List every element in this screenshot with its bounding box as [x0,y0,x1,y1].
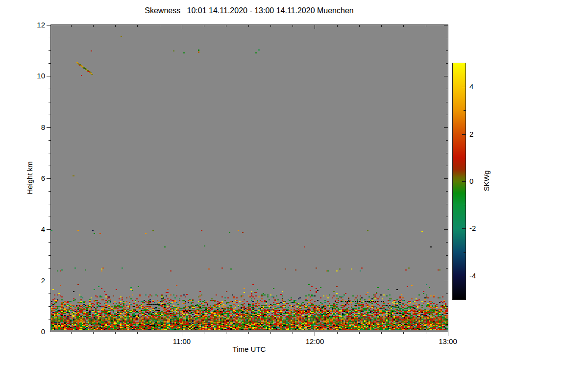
y-tick-label: 12 [24,21,45,29]
y-axis-right-tick [446,166,448,166]
x-axis-top-tick [426,25,426,27]
x-axis-top-tick [293,25,293,27]
y-axis-tick [49,294,50,294]
x-axis-top-tick [381,25,382,27]
x-axis-tick [293,332,293,334]
y-axis-tick [49,63,50,64]
x-axis-tick [115,332,116,334]
y-axis-tick [49,204,50,204]
y-axis-tick [49,319,50,319]
y-axis-tick [47,281,50,281]
y-axis-right-tick [446,102,448,102]
x-axis-top-tick [226,25,226,27]
x-axis-top-tick [137,25,138,27]
x-axis-top-tick [93,25,94,27]
x-tick-label: 11:00 [167,337,196,346]
y-axis-tick [49,191,50,192]
colorbar-tick [462,276,466,276]
x-axis-top-tick [337,25,338,27]
y-axis-right-tick [446,140,448,141]
y-axis-tick [49,50,50,51]
plot-area [50,24,448,332]
y-axis-tick [49,153,50,153]
y-axis-tick [49,255,50,256]
x-axis-tick [448,332,448,336]
y-axis-right-tick [444,229,448,230]
y-axis-right-tick [446,89,448,89]
colorbar-tick [464,158,466,158]
x-tick-label: 13:00 [433,337,463,346]
y-axis-tick [49,140,50,141]
y-axis-right-tick [444,127,448,128]
y-axis-right-tick [446,306,448,307]
y-axis-right-tick [446,294,448,294]
y-axis-right-tick [446,50,448,51]
x-axis-tick [426,332,426,334]
x-axis-top-tick [403,25,404,27]
y-axis-right-tick [446,319,448,319]
y-axis-tick [47,332,50,332]
y-axis-tick [47,178,50,179]
colorbar-tick [464,110,466,111]
y-tick-label: 0 [24,327,45,336]
plot-title: Skewness 10:01 14.11.2020 - 13:00 14.11.… [50,6,448,15]
colorbar-tick [464,205,466,205]
colorbar-tick-label: 0 [469,177,473,186]
y-axis-right-tick [444,178,448,179]
x-axis-tick [93,332,94,334]
x-axis-tick [315,332,315,336]
y-axis-tick [47,127,50,128]
colorbar-tick [462,228,466,229]
x-axis-top-tick [204,25,204,27]
x-axis-tick [381,332,382,334]
colorbar-tick-label: 2 [469,130,473,139]
y-axis-right-tick [446,153,448,153]
y-axis-tick [49,242,50,243]
y-axis-right-tick [446,63,448,64]
y-tick-label: 2 [24,276,45,285]
x-axis-top-tick [448,25,448,29]
colorbar-tick [462,181,466,182]
y-axis-right-tick [446,191,448,192]
colorbar-tick [462,134,466,135]
y-axis-right-tick [444,76,448,76]
x-axis-top-tick [359,25,360,27]
y-axis-right-tick [444,25,448,25]
x-axis-tick [337,332,338,334]
x-axis-tick [403,332,404,334]
x-axis-tick [359,332,360,334]
y-tick-label: 8 [24,123,45,132]
x-axis-top-tick [248,25,249,27]
x-axis-top-tick [182,25,182,29]
y-axis-right-tick [446,217,448,217]
colorbar-tick-label: 4 [469,82,473,91]
y-axis-right-tick [444,332,448,332]
y-axis-tick [49,217,50,217]
y-axis-right-tick [446,268,448,269]
y-axis-right-tick [446,255,448,256]
y-tick-label: 6 [24,174,45,183]
y-axis-tick [47,229,50,230]
x-tick-label: 12:00 [300,337,329,346]
x-axis-tick [137,332,138,334]
heatmap-canvas [51,25,448,332]
y-axis-right-tick [446,242,448,243]
y-axis-tick [49,115,50,115]
x-axis-tick [204,332,204,334]
x-axis-tick [160,332,160,334]
y-tick-label: 10 [24,72,45,80]
y-axis-tick [49,306,50,307]
colorbar-tick-label: -4 [469,271,476,280]
x-axis-tick [71,332,72,334]
y-axis-tick [49,38,50,38]
y-axis-tick [47,25,50,25]
x-axis-tick [226,332,226,334]
y-axis-right-tick [444,281,448,281]
y-axis-tick [49,102,50,102]
colorbar-tick [462,87,466,87]
colorbar-tick-label: -2 [469,224,476,233]
y-axis-tick [47,76,50,76]
x-axis-label: Time UTC [50,345,448,353]
figure: Skewness 10:01 14.11.2020 - 13:00 14.11.… [0,0,588,392]
colorbar-label: SKWg [482,171,490,192]
